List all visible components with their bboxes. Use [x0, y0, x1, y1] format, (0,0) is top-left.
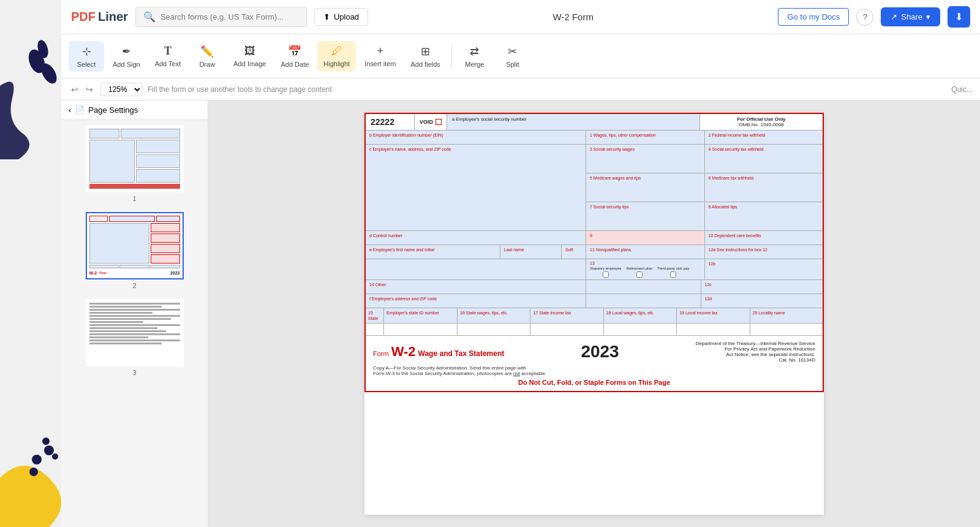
- merge-icon: ⇄: [470, 45, 479, 58]
- omb-label: OMB No. 1545-0008: [705, 122, 818, 127]
- page-2-thumb[interactable]: 22222: [86, 212, 184, 289]
- field-1-label: 1 Wages, tips, other compensation: [590, 133, 656, 137]
- draw-tool-button[interactable]: ✏️ Draw: [189, 41, 225, 72]
- field-3-label: 3 Social security wages: [590, 147, 635, 151]
- field-e3-label: Suff.: [565, 248, 574, 252]
- field-12d-label: 12d: [705, 297, 712, 301]
- field-19-label: 19 Local income tax: [679, 311, 717, 315]
- sidebar: ‹ 📄 Page Settings: [61, 100, 208, 527]
- split-icon: ✂: [508, 45, 517, 58]
- highlight-icon: 🖊: [331, 45, 342, 58]
- insert-icon: +: [377, 45, 384, 58]
- field-13-retirement: Retirement plan: [627, 267, 652, 270]
- download-button[interactable]: ⬇: [948, 6, 970, 28]
- main-content: ‹ 📄 Page Settings: [61, 100, 980, 527]
- search-icon: 🔍: [143, 11, 156, 23]
- field-17-label: 17 State income tax: [533, 311, 571, 315]
- thirdparty-checkbox[interactable]: [670, 271, 676, 278]
- privacy-text: For Privacy Act and Paperwork Reduction: [696, 346, 815, 352]
- page-1-thumb[interactable]: 1: [86, 125, 184, 202]
- page-2-thumb-image: 22222: [86, 212, 184, 279]
- act-notice: Act Notice, see the separate instruction…: [696, 352, 815, 357]
- chevron-left-icon[interactable]: ‹: [69, 105, 71, 115]
- redo-button[interactable]: ↪: [83, 83, 96, 96]
- add-date-tool-button[interactable]: 📅 Add Date: [274, 41, 315, 72]
- page-3-thumb[interactable]: 3: [86, 299, 184, 376]
- doc-area: 22222 VOID a Employee's social security …: [208, 100, 980, 527]
- field-12c-label: 12c: [705, 282, 712, 287]
- retirement-checkbox[interactable]: [636, 271, 643, 278]
- form-label: Form: [373, 350, 389, 357]
- field-12a-label: 12a See instructions for box 12: [709, 248, 768, 252]
- toolbar: ⊹ Select ✒ Add Sign T Add Text ✏️ Draw 🖼…: [61, 34, 980, 78]
- field-12b-label: 12b: [709, 262, 716, 266]
- field-16-label: 16 State wages, tips, etc.: [460, 311, 508, 315]
- form-full-name: Wage and Tax Statement: [418, 349, 505, 358]
- select-tool-button[interactable]: ⊹ Select: [69, 41, 104, 72]
- cat-no: Cat. No. 10134D: [696, 357, 815, 363]
- field-18-label: 18 Local wages, tips, etc.: [606, 311, 655, 315]
- svg-point-11: [42, 438, 50, 445]
- logo-pdf: PDF: [71, 10, 96, 24]
- w2-form: 22222 VOID a Employee's social security …: [364, 113, 824, 392]
- highlight-tool-button[interactable]: 🖊 Highlight: [317, 41, 356, 71]
- field-8-label: 8 Allocated tips: [709, 205, 737, 209]
- hint-text: Fill the form or use another tools to ch…: [148, 85, 332, 94]
- ssn-display: 22222: [371, 117, 394, 127]
- void-checkbox[interactable]: [435, 119, 442, 125]
- svg-point-9: [32, 455, 42, 464]
- page-thumbnails: 1 22222: [61, 120, 208, 527]
- insert-item-tool-button[interactable]: + Insert item: [358, 41, 402, 71]
- split-tool-button[interactable]: ✂ Split: [495, 41, 530, 72]
- text-icon: T: [164, 45, 172, 58]
- header-center: W-2 Form: [375, 12, 771, 22]
- fields-icon: ⊞: [421, 45, 430, 58]
- search-input[interactable]: [160, 12, 295, 21]
- page-settings-icon: 📄: [75, 105, 85, 115]
- add-fields-tool-button[interactable]: ⊞ Add fields: [405, 41, 447, 72]
- logo-liner: Liner: [98, 10, 128, 24]
- page-1-label: 1: [132, 195, 136, 202]
- field-10-label: 10 Dependent care benefits: [709, 233, 761, 238]
- svg-point-0: [26, 47, 48, 75]
- undo-button[interactable]: ↩: [69, 83, 81, 96]
- field-4-label: 4 Social security tax withheld: [709, 147, 764, 151]
- add-image-tool-button[interactable]: 🖼 Add Image: [227, 41, 272, 71]
- field-13-thirdparty: Third-party sick pay: [657, 267, 689, 270]
- field-e2-label: Last name: [504, 248, 524, 252]
- svg-point-13: [29, 468, 38, 476]
- field-13-statutory: Statutory employee: [590, 267, 622, 270]
- upload-button[interactable]: ⬆ Upload: [314, 8, 368, 26]
- upload-icon: ⬆: [323, 12, 330, 21]
- app-container: PDFLiner 🔍 ⬆ Upload W-2 Form Go to my Do…: [61, 0, 980, 527]
- header: PDFLiner 🔍 ⬆ Upload W-2 Form Go to my Do…: [61, 0, 980, 34]
- field-15b-label: Employer's state ID number: [386, 311, 439, 315]
- irs-text: Department of the Treasury—Internal Reve…: [696, 341, 815, 346]
- add-sign-tool-button[interactable]: ✒ Add Sign: [107, 41, 146, 72]
- field-a-label: a Employee's social security number: [452, 116, 526, 122]
- copy-a-text: Copy A—For Social Security Administratio…: [373, 365, 815, 376]
- share-icon: ↗: [891, 12, 897, 21]
- field-15-label: 15 State: [368, 311, 378, 320]
- field-c-label: c Employer's name, address, and ZIP code: [369, 147, 451, 151]
- sidebar-header-left: ‹ 📄 Page Settings: [69, 105, 138, 115]
- svg-point-1: [38, 61, 59, 86]
- merge-tool-button[interactable]: ⇄ Merge: [457, 41, 492, 72]
- undo-redo-group: ↩ ↪: [69, 83, 96, 96]
- goto-docs-button[interactable]: Go to my Docs: [778, 8, 849, 26]
- void-label: VOID: [420, 119, 433, 125]
- help-button[interactable]: ?: [856, 9, 873, 26]
- w2-document: 22222 VOID a Employee's social security …: [364, 113, 824, 515]
- page-1-thumb-image: [86, 125, 184, 192]
- svg-point-2: [36, 39, 50, 59]
- share-button[interactable]: ↗ Share ▾: [881, 7, 940, 26]
- logo: PDFLiner: [71, 10, 128, 24]
- field-20-label: 20 Locality name: [753, 311, 785, 315]
- add-text-tool-button[interactable]: T Add Text: [149, 41, 187, 71]
- form-year: 2023: [581, 342, 619, 362]
- statutory-checkbox[interactable]: [603, 271, 609, 278]
- official-use-label: For Official Use Only: [705, 116, 818, 122]
- zoom-select[interactable]: 125% 75% 100% 150% 200%: [100, 83, 143, 96]
- field-e-label: e Employee's first name and initial: [369, 248, 434, 252]
- search-bar[interactable]: 🔍: [135, 7, 307, 27]
